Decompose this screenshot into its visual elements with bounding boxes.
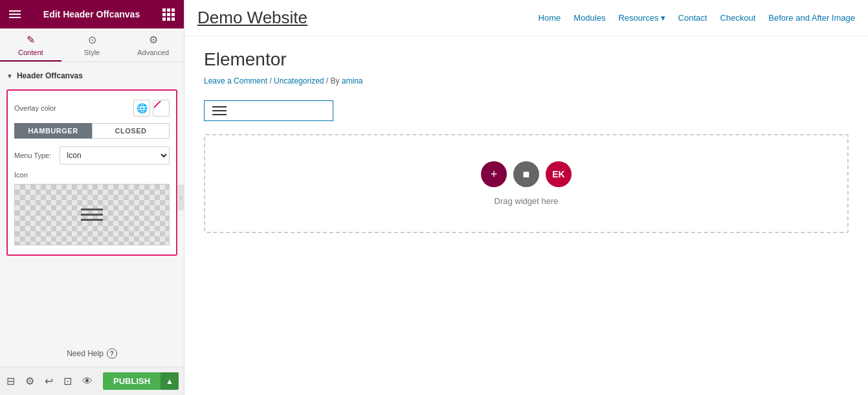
- state-toggle-group: HAMBURGER CLOSED: [14, 123, 170, 139]
- help-circle-icon: ?: [107, 348, 117, 359]
- section-header: ▼ Header Offcanvas: [6, 69, 177, 83]
- nav-link-modules[interactable]: Modules: [573, 13, 605, 23]
- main-canvas-area: Demo Website Home Modules Resources ▾ Co…: [184, 0, 868, 395]
- panel-title: Edit Header Offcanvas: [43, 9, 140, 19]
- chevron-down-icon: ▾: [661, 13, 665, 23]
- nav-link-before-after[interactable]: Before and After Image: [768, 13, 855, 23]
- add-widget-button[interactable]: +: [481, 161, 507, 187]
- drag-widget-zone[interactable]: + ■ EK Drag widget here: [204, 134, 849, 233]
- content-tab-icon: ✎: [27, 34, 35, 46]
- tab-style[interactable]: ⊙ Style: [61, 28, 123, 62]
- icon-preview-box: [14, 184, 170, 245]
- style-tab-icon: ⊙: [88, 34, 96, 46]
- nav-link-contact[interactable]: Contact: [678, 13, 707, 23]
- breadcrumb: Leave a Comment / Uncategorized / By ami…: [204, 76, 849, 85]
- icon-label: Icon: [14, 171, 170, 179]
- breadcrumb-comment-link[interactable]: Leave a Comment: [204, 76, 267, 85]
- drag-widget-text: Drag widget here: [495, 196, 559, 206]
- need-help-text: Need Help: [67, 349, 104, 358]
- closed-toggle-button[interactable]: CLOSED: [92, 123, 170, 139]
- nav-links: Home Modules Resources ▾ Contact Checkou…: [539, 13, 855, 23]
- advanced-tab-icon: ⚙: [149, 34, 158, 46]
- tab-advanced-label: Advanced: [137, 49, 169, 56]
- tab-content[interactable]: ✎ Content: [0, 28, 61, 62]
- grid-view-icon[interactable]: [162, 8, 175, 21]
- menu-type-label: Menu Type:: [14, 152, 53, 159]
- undo-icon[interactable]: ↩: [45, 375, 53, 387]
- menu-toggle-icon[interactable]: [9, 10, 21, 18]
- panel-resize-handle[interactable]: ‹: [178, 185, 184, 210]
- breadcrumb-category-link[interactable]: Uncategorized: [274, 76, 324, 85]
- section-arrow-icon: ▼: [6, 73, 13, 80]
- tab-style-label: Style: [84, 49, 100, 56]
- ek-button[interactable]: EK: [546, 161, 572, 187]
- tab-content-label: Content: [18, 49, 43, 56]
- publish-button[interactable]: PUBLISH: [103, 372, 161, 390]
- page-content: Elementor Leave a Comment / Uncategorize…: [184, 36, 868, 395]
- icon-section: Icon: [14, 171, 170, 245]
- overlay-color-row: Overlay color 🌐: [14, 100, 170, 117]
- panel-header: Edit Header Offcanvas: [0, 0, 184, 28]
- menu-type-row: Menu Type: Icon Text Both: [14, 146, 170, 164]
- nav-link-checkout[interactable]: Checkout: [720, 13, 755, 23]
- overlay-color-label: Overlay color: [14, 104, 56, 112]
- preview-icon[interactable]: 👁: [82, 376, 93, 387]
- stop-button[interactable]: ■: [513, 161, 539, 187]
- breadcrumb-sep2: / By: [326, 76, 342, 85]
- menu-type-select[interactable]: Icon Text Both: [60, 146, 170, 164]
- section-title: Header Offcanvas: [17, 71, 83, 80]
- hamburger-toggle-button[interactable]: HAMBURGER: [14, 123, 92, 139]
- bottom-bar: ⊟ ⚙ ↩ ⊡ 👁 PUBLISH ▲: [0, 367, 184, 395]
- breadcrumb-author-link[interactable]: amina: [342, 76, 363, 85]
- need-help-section[interactable]: Need Help ?: [0, 341, 184, 367]
- nav-link-home[interactable]: Home: [539, 13, 561, 23]
- page-heading: Elementor: [204, 49, 849, 70]
- color-diagonal-icon: [154, 101, 168, 115]
- publish-arrow-button[interactable]: ▲: [161, 372, 179, 390]
- breadcrumb-sep1: /: [269, 76, 271, 85]
- hamburger-lines-icon: [212, 106, 227, 115]
- hamburger-preview-icon: [81, 209, 103, 221]
- widget-add-buttons: + ■ EK: [481, 161, 572, 187]
- hamburger-widget-canvas[interactable]: [204, 100, 333, 121]
- panel-content: ▼ Header Offcanvas Overlay color 🌐: [0, 62, 184, 341]
- layers-icon[interactable]: ⊟: [6, 375, 15, 387]
- panel-tabs: ✎ Content ⊙ Style ⚙ Advanced: [0, 28, 184, 62]
- publish-group: PUBLISH ▲: [103, 372, 179, 390]
- settings-icon[interactable]: ⚙: [25, 375, 34, 387]
- tab-advanced[interactable]: ⚙ Advanced: [122, 28, 184, 62]
- nav-link-resources[interactable]: Resources ▾: [618, 13, 665, 23]
- color-icons-group: 🌐: [133, 100, 170, 117]
- site-nav: Demo Website Home Modules Resources ▾ Co…: [184, 0, 868, 36]
- color-picker-button[interactable]: [153, 100, 170, 117]
- widget-settings-section: Overlay color 🌐 HAMBURGER CLOSED Menu: [6, 89, 177, 256]
- global-color-button[interactable]: 🌐: [133, 100, 150, 117]
- site-title: Demo Website: [197, 8, 307, 28]
- responsive-icon[interactable]: ⊡: [63, 375, 72, 387]
